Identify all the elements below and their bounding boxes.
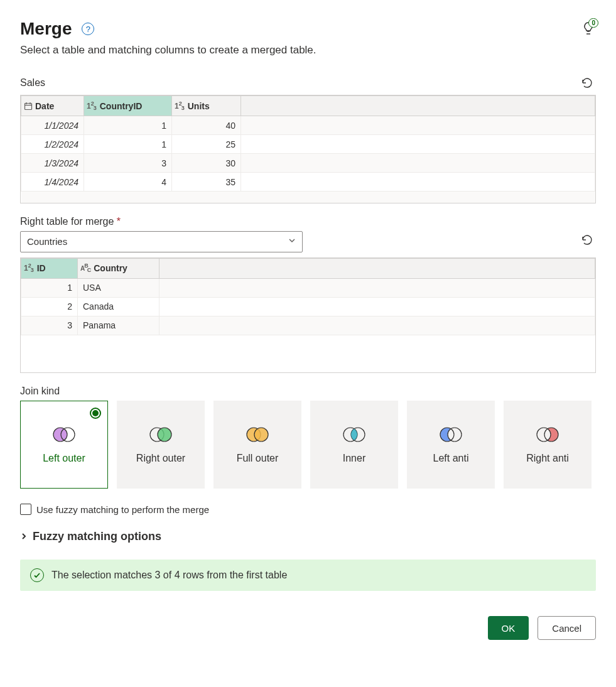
- table-row[interactable]: 1/3/2024330: [21, 154, 595, 173]
- svg-point-7: [158, 428, 171, 441]
- join-option-full-outer[interactable]: Full outer: [213, 401, 301, 489]
- table-row[interactable]: 1/1/2024140: [21, 116, 595, 135]
- ok-button[interactable]: OK: [488, 616, 529, 640]
- venn-inner-icon: [340, 425, 369, 444]
- table-row[interactable]: 3Panama: [21, 316, 595, 335]
- join-kind-group: Left outer Right outer Full outer Inner: [20, 401, 596, 489]
- column-header-countryid[interactable]: 123 CountryID: [84, 96, 172, 116]
- dialog-title: Merge: [20, 19, 72, 39]
- right-table-grid: 123 ID ABC Country 1USA 2Canada: [20, 257, 596, 374]
- column-header-date[interactable]: Date: [21, 96, 84, 116]
- table-row[interactable]: 1USA: [21, 278, 595, 297]
- right-table-label: Right table for merge *: [20, 216, 596, 227]
- refresh-right-icon[interactable]: [578, 231, 596, 252]
- venn-full-outer-icon: [243, 425, 272, 444]
- chevron-right-icon: [20, 530, 28, 543]
- cancel-button[interactable]: Cancel: [538, 616, 596, 640]
- number-type-icon: 123: [87, 102, 97, 111]
- fuzzy-matching-checkbox[interactable]: [20, 504, 31, 515]
- left-table-name: Sales: [20, 77, 45, 89]
- dialog-description: Select a table and matching columns to c…: [20, 44, 596, 57]
- svg-point-9: [254, 428, 268, 441]
- svg-point-4: [53, 428, 67, 441]
- chevron-down-icon: [288, 237, 296, 246]
- join-option-right-outer[interactable]: Right outer: [117, 401, 205, 489]
- help-icon[interactable]: ?: [82, 23, 94, 35]
- refresh-left-icon[interactable]: [578, 74, 596, 95]
- fuzzy-options-expander[interactable]: Fuzzy matching options: [20, 530, 596, 543]
- tips-badge: 0: [588, 18, 598, 28]
- radio-selected-icon: [90, 408, 101, 419]
- column-header-country[interactable]: ABC Country: [78, 258, 159, 278]
- venn-left-outer-icon: [50, 425, 78, 444]
- number-type-icon: 123: [175, 102, 185, 111]
- tips-icon[interactable]: 0: [581, 21, 596, 38]
- svg-rect-0: [25, 103, 32, 109]
- text-type-icon: ABC: [80, 265, 91, 272]
- join-kind-label: Join kind: [20, 386, 596, 397]
- join-option-right-anti[interactable]: Right anti: [504, 401, 592, 489]
- join-option-left-outer[interactable]: Left outer: [20, 401, 108, 489]
- date-type-icon: [24, 102, 33, 111]
- venn-right-anti-icon: [533, 425, 562, 444]
- fuzzy-matching-label: Use fuzzy matching to perform the merge: [36, 504, 209, 515]
- success-check-icon: [30, 568, 44, 582]
- right-table-dropdown[interactable]: Countries: [20, 231, 303, 252]
- venn-right-outer-icon: [146, 425, 175, 444]
- join-option-left-anti[interactable]: Left anti: [407, 401, 495, 489]
- table-row[interactable]: 1/2/2024125: [21, 135, 595, 154]
- table-row[interactable]: 2Canada: [21, 297, 595, 316]
- number-type-icon: 123: [24, 264, 35, 273]
- column-header-id[interactable]: 123 ID: [21, 258, 78, 278]
- column-header-units[interactable]: 123 Units: [172, 96, 241, 116]
- left-table-grid: Date 123 CountryID 123 Units: [20, 95, 596, 203]
- table-row[interactable]: 1/4/2024435: [21, 173, 595, 192]
- join-option-inner[interactable]: Inner: [310, 401, 398, 489]
- match-notice: The selection matches 3 of 4 rows from t…: [20, 560, 596, 591]
- venn-left-anti-icon: [436, 425, 465, 444]
